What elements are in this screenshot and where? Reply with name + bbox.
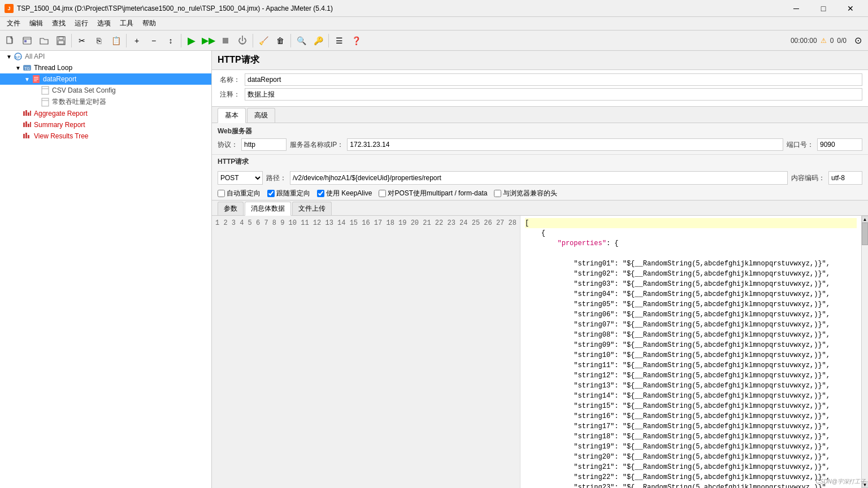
check-label-auto: 自动重定向	[227, 189, 261, 198]
new-button[interactable]	[2, 33, 18, 49]
remote-button[interactable]: 🔑	[310, 33, 326, 49]
help-button[interactable]: ❓	[348, 33, 364, 49]
expander-csv	[32, 88, 41, 94]
checkbox-follow-redirect[interactable]	[267, 190, 275, 197]
comment-input[interactable]	[245, 88, 862, 101]
error-count: 0/0	[837, 37, 847, 45]
form-area: 名称： 注释：	[212, 70, 868, 107]
server-label: 服务器名称或IP：	[290, 140, 344, 150]
sub-tab-params[interactable]: 参数	[218, 202, 244, 215]
copy-button[interactable]: ⎘	[91, 33, 107, 49]
vertical-scrollbar[interactable]: ▲ ▼	[861, 216, 868, 488]
web-server-section: Web服务器 协议： 服务器名称或IP： 端口号：	[212, 123, 868, 154]
expand-button[interactable]: +	[129, 33, 145, 49]
paste-button[interactable]: 📋	[108, 33, 124, 49]
status-button[interactable]: ⊙	[850, 33, 866, 49]
templates-button[interactable]	[19, 33, 35, 49]
right-panel: HTTP请求 名称： 注释： 基本 高级 Web服务器 协议： 服务器名称或IP	[212, 51, 868, 488]
save-button[interactable]	[53, 33, 69, 49]
protocol-input[interactable]	[241, 138, 287, 151]
tree-node-summary[interactable]: Summary Report	[0, 119, 211, 130]
menu-bar: 文件 编辑 查找 运行 选项 工具 帮助	[0, 17, 868, 30]
search-button[interactable]: 🔍	[293, 33, 309, 49]
method-select[interactable]: POST GET PUT DELETE	[218, 171, 263, 185]
expander-view-results	[14, 133, 23, 140]
maximize-button[interactable]: □	[810, 0, 836, 17]
web-server-title: Web服务器	[218, 127, 862, 136]
aggregate-icon	[23, 109, 32, 118]
check-label-keepalive: 使用 KeepAlive	[326, 189, 372, 198]
open-button[interactable]	[36, 33, 52, 49]
check-keepalive[interactable]: 使用 KeepAlive	[317, 189, 372, 198]
report-icon	[32, 75, 41, 84]
menu-help[interactable]: 帮助	[138, 18, 160, 29]
checkbox-multipart[interactable]	[379, 190, 386, 197]
port-input[interactable]	[817, 138, 862, 151]
checkbox-browser-compat[interactable]	[494, 190, 501, 197]
svg-text:API: API	[15, 55, 22, 60]
menu-edit[interactable]: 编辑	[25, 18, 47, 29]
check-follow-redirect[interactable]: 跟随重定向	[267, 189, 310, 198]
expander-thread-loop[interactable]: ▼	[14, 65, 23, 71]
scroll-thumb[interactable]	[862, 223, 868, 245]
expander-all-api[interactable]: ▼	[5, 54, 14, 60]
svg-rect-26	[30, 122, 31, 127]
collapse-button[interactable]: −	[146, 33, 162, 49]
menu-tools[interactable]: 工具	[115, 18, 138, 29]
tree-node-csv[interactable]: CSV Data Set Config	[0, 85, 211, 96]
check-auto-redirect[interactable]: 自动重定向	[218, 189, 261, 198]
results-button[interactable]: ☰	[331, 33, 347, 49]
shutdown-button[interactable]: ⏻	[235, 33, 250, 49]
encoding-input[interactable]	[828, 171, 862, 185]
toolbar: ✂ ⎘ 📋 + − ↕ ▶ ▶▶ ⏹ ⏻ 🧹 🗑 🔍 🔑 ☰ ❓ 00:00:0…	[0, 30, 868, 51]
stop-button[interactable]: ⏹	[218, 33, 233, 49]
svg-rect-22	[30, 111, 31, 116]
tree-node-timer[interactable]: 常数吞吐量定时器	[0, 96, 211, 108]
close-button[interactable]: ✕	[837, 0, 863, 17]
svg-rect-3	[24, 40, 27, 42]
checkbox-keepalive[interactable]	[317, 190, 324, 197]
comment-label: 注释：	[218, 90, 240, 99]
name-label: 名称：	[218, 75, 240, 85]
sub-tab-body[interactable]: 消息体数据	[245, 202, 291, 216]
run-no-pause-button[interactable]: ▶▶	[201, 33, 216, 49]
tree-node-aggregate[interactable]: Aggregate Report	[0, 108, 211, 119]
menu-options[interactable]: 选项	[93, 18, 115, 29]
expander-data-report[interactable]: ▼	[23, 76, 32, 82]
svg-rect-0	[7, 37, 12, 43]
clear-button[interactable]: 🧹	[255, 33, 271, 49]
clear-all-button[interactable]: 🗑	[272, 33, 288, 49]
checkbox-auto-redirect[interactable]	[218, 190, 225, 197]
path-input[interactable]	[290, 171, 788, 185]
tree-node-all-api[interactable]: ▼ API All API	[0, 51, 211, 62]
cut-button[interactable]: ✂	[74, 33, 90, 49]
menu-run[interactable]: 运行	[70, 18, 93, 29]
tree-node-thread-loop[interactable]: ▼ TG Thread Loop	[0, 62, 211, 73]
warning-icon: ⚠	[821, 37, 827, 45]
tab-advanced[interactable]: 高级	[247, 108, 275, 123]
toggle-button[interactable]: ↕	[163, 33, 179, 49]
menu-find[interactable]: 查找	[47, 18, 70, 29]
tree-label-view-results: View Results Tree	[34, 132, 89, 140]
tree-node-view-results[interactable]: View Results Tree	[0, 130, 211, 142]
comment-row: 注释：	[218, 88, 862, 101]
minimize-button[interactable]: ─	[783, 0, 809, 17]
server-input[interactable]	[347, 138, 783, 151]
tab-basic[interactable]: 基本	[218, 108, 246, 123]
run-button[interactable]: ▶	[184, 33, 199, 49]
panel-title: HTTP请求	[218, 55, 259, 64]
svg-rect-15	[42, 86, 49, 94]
check-multipart[interactable]: 对POST使用multipart / form-data	[379, 189, 487, 198]
main-tabs: 基本 高级	[212, 107, 868, 123]
scroll-track[interactable]	[862, 223, 868, 481]
name-input[interactable]	[245, 73, 862, 86]
check-browser-compat[interactable]: 与浏览器兼容的头	[494, 189, 557, 198]
menu-file[interactable]: 文件	[2, 18, 25, 29]
thread-icon: TG	[23, 63, 32, 72]
scroll-up-arrow[interactable]: ▲	[862, 216, 869, 223]
code-content[interactable]: [ { "properties": { "string01": "${__Ran…	[520, 216, 861, 488]
view-results-icon	[23, 132, 32, 141]
svg-rect-5	[59, 37, 63, 40]
sub-tab-file[interactable]: 文件上传	[292, 202, 332, 215]
tree-node-data-report[interactable]: ▼ dataReport	[0, 73, 211, 85]
